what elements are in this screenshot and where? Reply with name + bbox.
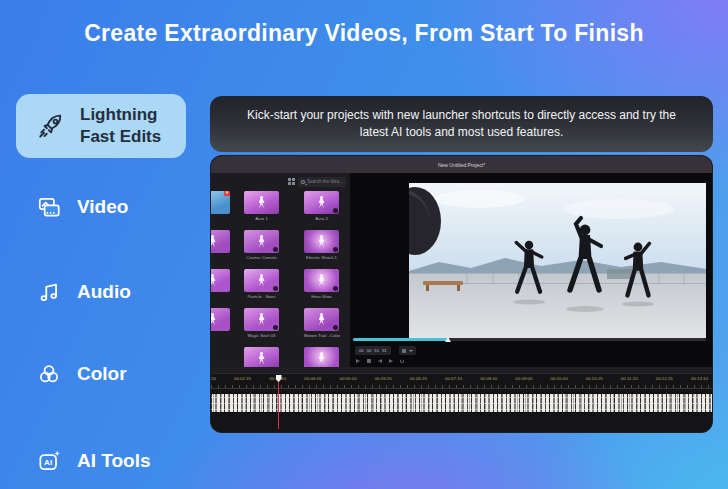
play-button-icon[interactable]	[356, 359, 360, 363]
effect-item[interactable]: Aura 1	[244, 191, 279, 221]
ruler-label: 00:02:15	[234, 376, 251, 381]
step-back-button-icon[interactable]	[378, 359, 382, 363]
timeline-ruler[interactable]: 20 00:02:15 00:03:10 00:04:05 00:05:00 0…	[211, 376, 708, 381]
timecode-hh: 00	[359, 348, 364, 353]
preview-quality-dropdown[interactable]	[399, 346, 416, 355]
dancer-figure-icon	[257, 274, 267, 288]
effect-thumbnail-clipped[interactable]: ✕	[211, 191, 230, 214]
effect-item[interactable]: Electric Shock 1	[304, 230, 339, 260]
editor-body: Search the libra... ✕	[211, 173, 712, 369]
effect-item[interactable]: Aura 2	[304, 191, 339, 221]
sidebar-item-label: AI Tools	[77, 450, 151, 472]
dancer-figure-icon	[317, 352, 327, 366]
seekbar-handle-icon[interactable]	[445, 337, 451, 342]
color-circles-icon	[36, 361, 62, 387]
chevron-down-icon	[409, 350, 413, 352]
effect-badge-icon	[333, 325, 338, 330]
sidebar-item-label: Lightning Fast Edits	[80, 104, 172, 149]
timecode-ff: 31	[382, 348, 387, 353]
search-icon	[301, 180, 305, 184]
preview-controls-row: 00 00 51 31	[355, 346, 416, 355]
sidebar-item-video[interactable]: Video	[36, 194, 128, 220]
ruler-label: 00:08:10	[480, 376, 497, 381]
effect-badge-icon	[333, 286, 338, 291]
editor-titlebar: New Untitled Project*	[211, 156, 712, 173]
sidebar-item-label: Video	[77, 196, 128, 218]
effect-badge-icon	[333, 208, 338, 213]
page: Create Extraordinary Videos, From Start …	[0, 0, 728, 489]
effect-item[interactable]: Motion Trail - Color	[304, 308, 339, 338]
dancer-figure-icon	[257, 196, 267, 210]
ruler-label: 00:06:20	[410, 376, 427, 381]
remove-badge-icon[interactable]: ✕	[224, 191, 230, 196]
sidebar-item-label: Audio	[77, 281, 131, 303]
dancer-figure-icon	[257, 235, 267, 249]
project-title: New Untitled Project*	[438, 162, 485, 168]
dancer-figure-icon	[317, 274, 327, 288]
timeline-panel: 20 00:02:15 00:03:10 00:04:05 00:05:00 0…	[211, 367, 712, 432]
effect-label: Cosmic Comets	[244, 255, 279, 260]
dancer-figure-icon	[257, 313, 267, 327]
ruler-label: 00:09:05	[515, 376, 532, 381]
display-icon	[402, 349, 406, 353]
feature-description: Kick-start your projects with new launch…	[237, 107, 687, 142]
sidebar-item-label: Color	[77, 363, 127, 385]
ruler-label: 00:05:00	[339, 376, 356, 381]
sidebar-item-lightning-fast-edits[interactable]: Lightning Fast Edits	[16, 94, 186, 158]
svg-text:AI: AI	[44, 458, 52, 467]
effect-item[interactable]: Magic Swirl 03	[244, 308, 279, 338]
dancer-figure-icon	[211, 235, 218, 249]
ruler-label: 00:04:05	[304, 376, 321, 381]
effect-label: Aura 1	[244, 216, 279, 221]
timecode-display[interactable]: 00 00 51 31	[355, 346, 391, 355]
effect-label: Motion Trail - Color	[304, 333, 339, 338]
effect-label: Particle - Stars	[244, 294, 279, 299]
grid-view-icon[interactable]	[288, 178, 295, 185]
ruler-label: 00:13:10	[691, 376, 708, 381]
stop-button-icon[interactable]	[367, 359, 371, 363]
effect-thumbnail-clipped[interactable]	[211, 308, 230, 331]
sidebar-item-ai-tools[interactable]: AI AI Tools	[36, 448, 151, 474]
timecode-mm: 00	[367, 348, 372, 353]
ruler-label: 00:05:25	[375, 376, 392, 381]
loop-button-icon[interactable]	[400, 359, 404, 363]
search-placeholder: Search the libra...	[307, 179, 343, 184]
dancer-figure-icon	[257, 352, 267, 366]
effects-library-panel: Search the libra... ✕	[211, 173, 351, 369]
effect-item[interactable]: Cosmic Comets	[244, 230, 279, 260]
effect-item[interactable]: Particle - Stars	[244, 269, 279, 299]
step-forward-button-icon[interactable]	[389, 359, 393, 363]
library-toolbar: Search the libra...	[288, 176, 346, 187]
effect-thumbnail-clipped[interactable]	[211, 269, 230, 292]
library-search-input[interactable]: Search the libra...	[298, 177, 346, 187]
ruler-label: 20	[211, 376, 216, 381]
ruler-label: 00:12:15	[656, 376, 673, 381]
preview-seekbar[interactable]	[353, 338, 706, 341]
effect-item[interactable]: Hero Glow	[304, 269, 339, 299]
sidebar-item-audio[interactable]: Audio	[36, 279, 131, 305]
dancer-figure-icon	[317, 235, 327, 249]
page-title: Create Extraordinary Videos, From Start …	[0, 20, 728, 47]
effect-thumbnail-clipped[interactable]	[244, 347, 279, 369]
timecode-ss: 51	[374, 348, 379, 353]
effect-badge-icon	[273, 325, 278, 330]
effect-badge-icon	[333, 247, 338, 252]
timeline-toolbar	[211, 367, 712, 374]
dancer-figure-icon	[317, 196, 327, 210]
dancer-figure-icon	[211, 274, 218, 288]
ai-badge-icon: AI	[36, 448, 62, 474]
effect-thumbnail-clipped[interactable]	[211, 230, 230, 253]
effect-label: Aura 2	[304, 216, 339, 221]
sidebar-item-color[interactable]: Color	[36, 361, 127, 387]
transport-controls	[356, 359, 404, 363]
effect-label: Hero Glow	[304, 294, 339, 299]
playhead[interactable]	[278, 377, 279, 429]
music-note-icon	[36, 279, 62, 305]
video-clip-track[interactable]	[211, 393, 712, 413]
dancer-figure-icon	[211, 313, 218, 327]
seekbar-progress	[353, 338, 448, 341]
rocket-icon	[36, 111, 66, 141]
video-preview	[409, 183, 706, 338]
ruler-label: 00:10:00	[551, 376, 568, 381]
effect-thumbnail-clipped[interactable]	[304, 347, 339, 369]
